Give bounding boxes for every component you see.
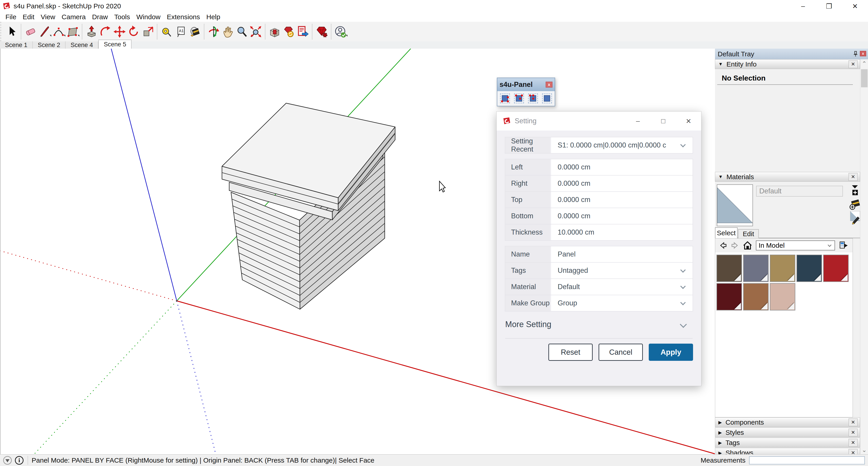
home-icon[interactable] <box>743 240 752 251</box>
make-group-select[interactable]: Group <box>551 295 692 311</box>
setting-dialog-titlebar[interactable]: Setting – □ ✕ <box>497 112 701 130</box>
menu-help[interactable]: Help <box>203 13 223 21</box>
styles-close-button[interactable]: ✕ <box>848 429 858 436</box>
top-input[interactable]: 0.0000 cm <box>551 192 692 208</box>
bottom-input[interactable]: 0.0000 cm <box>551 208 692 224</box>
scene-tab-5-active[interactable]: Scene 5 <box>98 39 131 49</box>
extension-sync-button[interactable] <box>282 24 296 40</box>
right-input[interactable]: 0.0000 cm <box>551 176 692 192</box>
panel-by-edge-button[interactable] <box>514 93 524 104</box>
sample-paint-eyedropper-icon[interactable] <box>850 216 860 227</box>
pin-icon[interactable] <box>853 51 858 57</box>
extension-manager-button[interactable] <box>315 24 329 40</box>
scrollbar-thumb[interactable] <box>861 69 868 87</box>
left-input[interactable]: 0.0000 cm <box>551 159 692 175</box>
apply-button[interactable]: Apply <box>649 344 693 361</box>
details-arrow-icon[interactable] <box>839 240 848 251</box>
panel-stack-model[interactable] <box>222 103 395 309</box>
text-tool-button[interactable]: A1 <box>174 24 188 40</box>
dialog-close-button[interactable]: ✕ <box>676 112 701 130</box>
materials-header[interactable]: ▼ Materials ✕ <box>715 172 860 182</box>
account-button[interactable] <box>334 24 348 40</box>
tags-select[interactable]: Untagged <box>551 263 692 279</box>
s4u-panel-close-button[interactable]: x <box>546 82 553 88</box>
material-swatch[interactable] <box>743 255 769 282</box>
rotate-tool-button[interactable] <box>127 24 141 40</box>
zoom-extents-tool-button[interactable] <box>249 24 263 40</box>
thickness-input[interactable]: 10.0000 cm <box>551 225 692 240</box>
more-setting-toggle[interactable]: More Setting <box>505 320 692 329</box>
menu-extensions[interactable]: Extensions <box>164 13 203 21</box>
material-swatch[interactable] <box>770 283 795 310</box>
material-select[interactable]: Default <box>551 279 692 295</box>
scene-tab-4[interactable]: Scene 4 <box>66 41 98 49</box>
scale-tool-button[interactable] <box>141 24 155 40</box>
s4u-panel-titlebar[interactable]: s4u-Panel x <box>497 78 555 91</box>
eraser-tool-button[interactable] <box>24 24 37 40</box>
material-swatch[interactable] <box>823 255 848 282</box>
arc-tool-button[interactable] <box>52 24 66 40</box>
material-swatch[interactable] <box>770 255 795 282</box>
components-header[interactable]: ▶ Components ✕ <box>715 417 860 427</box>
setting-recent-select[interactable]: S1: 0.0000 cm|0.0000 cm|0.0000 c <box>551 137 692 153</box>
back-arrow-icon[interactable] <box>719 241 727 250</box>
cancel-button[interactable]: Cancel <box>598 344 643 361</box>
menu-edit[interactable]: Edit <box>20 13 37 21</box>
collection-dropdown[interactable]: In Model <box>756 240 835 251</box>
scene-tab-1[interactable]: Scene 1 <box>0 41 33 49</box>
scroll-up-icon[interactable]: ⌃ <box>861 60 867 67</box>
menu-camera[interactable]: Camera <box>59 13 89 21</box>
name-input[interactable]: Panel <box>551 246 692 262</box>
geolocation-status-icon[interactable] <box>3 456 12 465</box>
minimize-button[interactable]: – <box>790 0 816 12</box>
paint-bucket-tool-button[interactable] <box>188 24 202 40</box>
materials-close-button[interactable]: ✕ <box>848 173 858 181</box>
panel-by-vertex-button[interactable] <box>528 93 538 104</box>
tags-header[interactable]: ▶ Tags ✕ <box>715 438 860 447</box>
followme-tool-button[interactable] <box>98 24 113 40</box>
extension-export-button[interactable] <box>296 24 310 40</box>
pan-tool-button[interactable] <box>221 24 235 40</box>
forward-arrow-icon[interactable] <box>731 241 739 250</box>
measurements-input[interactable] <box>749 456 865 464</box>
pushpull-tool-button[interactable] <box>85 24 98 40</box>
panel-solid-button[interactable] <box>542 93 552 104</box>
secondary-pane-icon[interactable] <box>850 184 859 197</box>
styles-header[interactable]: ▶ Styles ✕ <box>715 428 860 437</box>
rectangle-tool-button[interactable] <box>66 24 80 40</box>
entity-info-close-button[interactable]: ✕ <box>848 60 858 68</box>
tab-select[interactable]: Select <box>715 227 738 238</box>
info-icon[interactable]: i <box>15 456 24 465</box>
components-close-button[interactable]: ✕ <box>848 418 858 426</box>
select-tool-button[interactable] <box>4 24 19 40</box>
menu-tools[interactable]: Tools <box>111 13 133 21</box>
tags-close-button[interactable]: ✕ <box>848 439 858 446</box>
menu-file[interactable]: File <box>2 13 20 21</box>
menu-window[interactable]: Window <box>133 13 164 21</box>
panel-by-face-button[interactable] <box>500 93 510 104</box>
dialog-minimize-button[interactable]: – <box>625 112 651 130</box>
zoom-tool-button[interactable] <box>235 24 249 40</box>
material-swatch[interactable] <box>797 255 822 282</box>
menu-view[interactable]: View <box>37 13 58 21</box>
line-tool-button[interactable] <box>37 24 52 40</box>
tape-measure-tool-button[interactable] <box>160 24 174 40</box>
create-material-icon[interactable] <box>849 198 861 210</box>
tab-edit[interactable]: Edit <box>738 229 759 238</box>
material-name-box[interactable]: Default <box>756 186 843 197</box>
restore-button[interactable]: ❐ <box>816 0 842 12</box>
close-button[interactable]: ✕ <box>842 0 868 12</box>
scene-tab-2[interactable]: Scene 2 <box>33 41 66 49</box>
material-swatch[interactable] <box>743 283 769 310</box>
tray-close-button[interactable]: x <box>860 51 866 56</box>
material-swatch[interactable] <box>717 283 742 310</box>
menu-draw[interactable]: Draw <box>89 13 111 21</box>
dialog-maximize-button[interactable]: □ <box>651 112 676 130</box>
orbit-tool-button[interactable] <box>207 24 221 40</box>
extension-box-button[interactable] <box>268 24 282 40</box>
tray-scrollbar[interactable]: ⌃ ⌄ <box>860 59 868 454</box>
move-tool-button[interactable] <box>113 24 127 40</box>
reset-button[interactable]: Reset <box>548 344 593 361</box>
entity-info-header[interactable]: ▼ Entity Info ✕ <box>715 59 860 69</box>
scroll-down-icon[interactable]: ⌄ <box>861 446 867 453</box>
